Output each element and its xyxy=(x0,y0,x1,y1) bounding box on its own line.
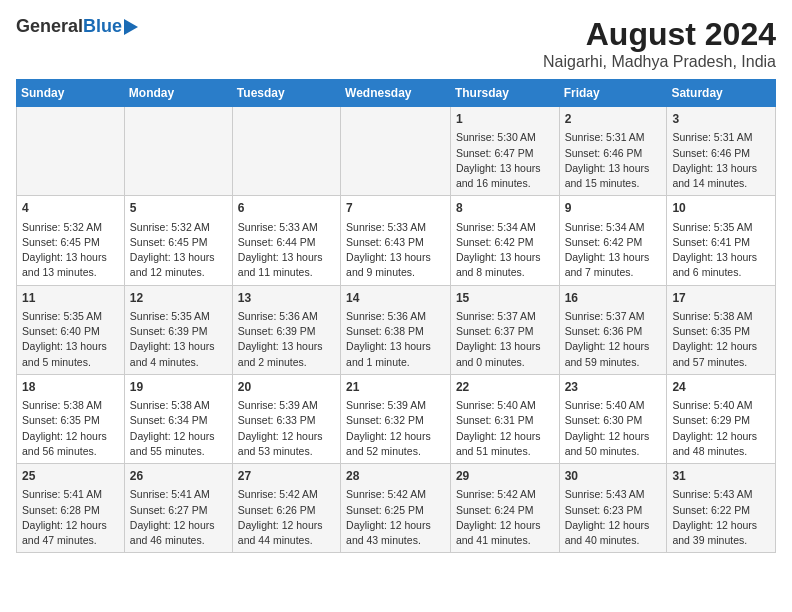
day-info: Daylight: 13 hours and 7 minutes. xyxy=(565,250,662,280)
calendar-cell: 9Sunrise: 5:34 AMSunset: 6:42 PMDaylight… xyxy=(559,196,667,285)
calendar-cell: 12Sunrise: 5:35 AMSunset: 6:39 PMDayligh… xyxy=(124,285,232,374)
day-info: Daylight: 12 hours and 43 minutes. xyxy=(346,518,445,548)
calendar-cell: 28Sunrise: 5:42 AMSunset: 6:25 PMDayligh… xyxy=(341,464,451,553)
day-info: Sunrise: 5:39 AM xyxy=(238,398,335,413)
day-info: Sunrise: 5:42 AM xyxy=(346,487,445,502)
day-info: Sunrise: 5:43 AM xyxy=(565,487,662,502)
day-info: Sunset: 6:35 PM xyxy=(672,324,770,339)
calendar-cell: 1Sunrise: 5:30 AMSunset: 6:47 PMDaylight… xyxy=(450,107,559,196)
day-info: Sunset: 6:42 PM xyxy=(456,235,554,250)
day-info: Sunset: 6:45 PM xyxy=(22,235,119,250)
day-info: Sunrise: 5:42 AM xyxy=(238,487,335,502)
day-info: Sunrise: 5:40 AM xyxy=(456,398,554,413)
day-info: Sunset: 6:28 PM xyxy=(22,503,119,518)
header-row: SundayMondayTuesdayWednesdayThursdayFrid… xyxy=(17,80,776,107)
day-info: Sunset: 6:36 PM xyxy=(565,324,662,339)
day-number: 24 xyxy=(672,379,770,396)
calendar-cell: 7Sunrise: 5:33 AMSunset: 6:43 PMDaylight… xyxy=(341,196,451,285)
day-info: Sunset: 6:45 PM xyxy=(130,235,227,250)
day-info: Sunset: 6:32 PM xyxy=(346,413,445,428)
day-info: Daylight: 13 hours and 11 minutes. xyxy=(238,250,335,280)
day-info: Daylight: 12 hours and 48 minutes. xyxy=(672,429,770,459)
day-number: 1 xyxy=(456,111,554,128)
day-info: Sunset: 6:37 PM xyxy=(456,324,554,339)
day-info: Daylight: 12 hours and 53 minutes. xyxy=(238,429,335,459)
day-info: Sunrise: 5:35 AM xyxy=(22,309,119,324)
day-info: Sunset: 6:27 PM xyxy=(130,503,227,518)
calendar-cell: 16Sunrise: 5:37 AMSunset: 6:36 PMDayligh… xyxy=(559,285,667,374)
day-info: Daylight: 13 hours and 4 minutes. xyxy=(130,339,227,369)
calendar-cell: 29Sunrise: 5:42 AMSunset: 6:24 PMDayligh… xyxy=(450,464,559,553)
day-number: 2 xyxy=(565,111,662,128)
day-info: Sunrise: 5:41 AM xyxy=(22,487,119,502)
day-number: 13 xyxy=(238,290,335,307)
day-info: Sunrise: 5:38 AM xyxy=(672,309,770,324)
calendar-cell: 22Sunrise: 5:40 AMSunset: 6:31 PMDayligh… xyxy=(450,374,559,463)
day-info: Sunset: 6:47 PM xyxy=(456,146,554,161)
day-number: 8 xyxy=(456,200,554,217)
day-info: Daylight: 12 hours and 41 minutes. xyxy=(456,518,554,548)
week-row-1: 1Sunrise: 5:30 AMSunset: 6:47 PMDaylight… xyxy=(17,107,776,196)
day-info: Daylight: 12 hours and 51 minutes. xyxy=(456,429,554,459)
day-number: 29 xyxy=(456,468,554,485)
calendar-cell: 11Sunrise: 5:35 AMSunset: 6:40 PMDayligh… xyxy=(17,285,125,374)
day-info: Sunrise: 5:39 AM xyxy=(346,398,445,413)
day-info: Sunset: 6:31 PM xyxy=(456,413,554,428)
calendar-cell: 17Sunrise: 5:38 AMSunset: 6:35 PMDayligh… xyxy=(667,285,776,374)
calendar-cell: 5Sunrise: 5:32 AMSunset: 6:45 PMDaylight… xyxy=(124,196,232,285)
day-number: 16 xyxy=(565,290,662,307)
main-title: August 2024 xyxy=(543,16,776,53)
day-info: Daylight: 12 hours and 56 minutes. xyxy=(22,429,119,459)
calendar-cell: 10Sunrise: 5:35 AMSunset: 6:41 PMDayligh… xyxy=(667,196,776,285)
calendar-cell: 18Sunrise: 5:38 AMSunset: 6:35 PMDayligh… xyxy=(17,374,125,463)
day-number: 14 xyxy=(346,290,445,307)
day-info: Sunset: 6:38 PM xyxy=(346,324,445,339)
day-info: Sunrise: 5:32 AM xyxy=(22,220,119,235)
day-info: Sunrise: 5:36 AM xyxy=(238,309,335,324)
day-info: Sunset: 6:33 PM xyxy=(238,413,335,428)
day-info: Sunset: 6:46 PM xyxy=(672,146,770,161)
day-number: 7 xyxy=(346,200,445,217)
day-info: Daylight: 13 hours and 0 minutes. xyxy=(456,339,554,369)
day-number: 12 xyxy=(130,290,227,307)
day-info: Sunrise: 5:42 AM xyxy=(456,487,554,502)
day-number: 18 xyxy=(22,379,119,396)
logo-general-text: General xyxy=(16,16,83,37)
calendar-cell: 8Sunrise: 5:34 AMSunset: 6:42 PMDaylight… xyxy=(450,196,559,285)
day-number: 23 xyxy=(565,379,662,396)
day-info: Daylight: 12 hours and 40 minutes. xyxy=(565,518,662,548)
day-info: Sunrise: 5:35 AM xyxy=(672,220,770,235)
calendar-cell xyxy=(232,107,340,196)
logo: General Blue xyxy=(16,16,138,37)
day-info: Sunset: 6:46 PM xyxy=(565,146,662,161)
day-info: Daylight: 12 hours and 57 minutes. xyxy=(672,339,770,369)
day-info: Sunrise: 5:40 AM xyxy=(672,398,770,413)
header-cell-wednesday: Wednesday xyxy=(341,80,451,107)
day-info: Sunset: 6:40 PM xyxy=(22,324,119,339)
header-cell-friday: Friday xyxy=(559,80,667,107)
day-info: Sunrise: 5:36 AM xyxy=(346,309,445,324)
day-number: 20 xyxy=(238,379,335,396)
day-info: Daylight: 12 hours and 55 minutes. xyxy=(130,429,227,459)
day-info: Daylight: 13 hours and 6 minutes. xyxy=(672,250,770,280)
day-info: Daylight: 12 hours and 59 minutes. xyxy=(565,339,662,369)
title-block: August 2024 Naigarhi, Madhya Pradesh, In… xyxy=(543,16,776,71)
day-info: Daylight: 13 hours and 9 minutes. xyxy=(346,250,445,280)
day-info: Sunrise: 5:38 AM xyxy=(22,398,119,413)
week-row-3: 11Sunrise: 5:35 AMSunset: 6:40 PMDayligh… xyxy=(17,285,776,374)
calendar-cell: 3Sunrise: 5:31 AMSunset: 6:46 PMDaylight… xyxy=(667,107,776,196)
day-info: Daylight: 13 hours and 1 minute. xyxy=(346,339,445,369)
calendar-cell: 24Sunrise: 5:40 AMSunset: 6:29 PMDayligh… xyxy=(667,374,776,463)
day-info: Sunset: 6:30 PM xyxy=(565,413,662,428)
calendar-cell: 4Sunrise: 5:32 AMSunset: 6:45 PMDaylight… xyxy=(17,196,125,285)
day-number: 25 xyxy=(22,468,119,485)
day-info: Sunrise: 5:34 AM xyxy=(456,220,554,235)
day-info: Daylight: 12 hours and 50 minutes. xyxy=(565,429,662,459)
day-info: Sunrise: 5:37 AM xyxy=(565,309,662,324)
day-info: Sunrise: 5:32 AM xyxy=(130,220,227,235)
day-number: 19 xyxy=(130,379,227,396)
day-info: Daylight: 13 hours and 14 minutes. xyxy=(672,161,770,191)
header-cell-tuesday: Tuesday xyxy=(232,80,340,107)
calendar-body: 1Sunrise: 5:30 AMSunset: 6:47 PMDaylight… xyxy=(17,107,776,553)
day-info: Sunset: 6:23 PM xyxy=(565,503,662,518)
